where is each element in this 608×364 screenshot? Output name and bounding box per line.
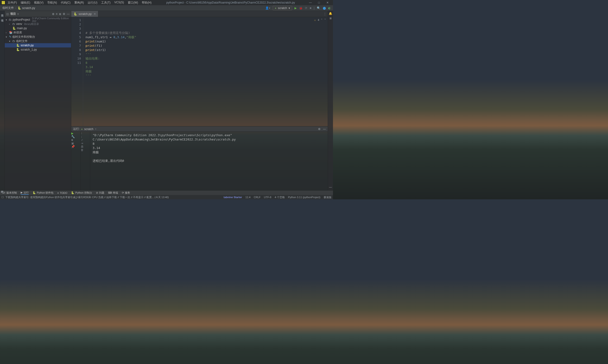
menu-item[interactable]: 工具(T): [100, 0, 112, 5]
menu-item[interactable]: 重构(R): [73, 0, 85, 5]
code-content[interactable]: ⚠ 4 ˄ ˅ # 多个变量赋值(使用逗号分隔)num1,f1,str1 = 8…: [83, 17, 328, 126]
tool-window-button-TODO[interactable]: ≡TODO: [57, 192, 67, 194]
database-icon[interactable]: ≣: [329, 17, 332, 20]
hide-button[interactable]: —: [67, 12, 70, 16]
up-icon[interactable]: ↑: [81, 132, 90, 135]
maximize-button[interactable]: □: [317, 1, 321, 4]
expand-arrow-icon[interactable]: ›: [6, 31, 8, 34]
next-highlight-icon[interactable]: ˅: [324, 18, 326, 22]
trash-icon[interactable]: 🗑: [81, 148, 90, 152]
indent-setting[interactable]: 4 个空格: [275, 195, 284, 199]
close-button[interactable]: ✕: [325, 1, 330, 4]
minimize-button[interactable]: —: [308, 1, 312, 4]
caret-position[interactable]: 11:4: [245, 196, 250, 199]
soft-wrap-icon[interactable]: ⤶: [81, 138, 90, 142]
tool-window-button-运行[interactable]: ▶运行: [21, 191, 29, 195]
expand-arrow-icon[interactable]: ▾: [9, 40, 11, 42]
code-editor[interactable]: 1234567891011 ⚠ 4 ˄ ˅ # 多个变量赋值(使用逗号分隔)nu…: [71, 17, 328, 126]
code-line[interactable]: # 多个变量赋值(使用逗号分隔): [85, 31, 325, 35]
add-user-icon[interactable]: 👤▾: [265, 6, 270, 10]
line-separator[interactable]: CRLF: [254, 196, 261, 199]
coverage-button[interactable]: ⟳: [305, 6, 307, 10]
code-line[interactable]: 输出结果:: [85, 56, 325, 61]
notifications-icon[interactable]: 🔔: [329, 12, 332, 15]
expand-all-icon[interactable]: ≡: [56, 12, 57, 16]
expand-arrow-icon[interactable]: ›: [9, 23, 11, 26]
console-output[interactable]: "D:\PyCharm Community Edition 2022.3\pyt…: [90, 132, 328, 190]
tabnine-label[interactable]: tabnine Starter: [223, 196, 242, 199]
code-line[interactable]: num1,f1,str1 = 8,3.14,"南极": [85, 35, 325, 39]
code-line[interactable]: print(num1): [85, 39, 325, 44]
run-button[interactable]: ▶: [295, 6, 297, 10]
file-encoding[interactable]: UTF-8: [264, 196, 271, 199]
tree-item-pythonProject[interactable]: ▾🗀pythonProjectD:\PyCharm Community Edit…: [5, 18, 71, 22]
rerun-button[interactable]: ▶: [71, 132, 81, 135]
left-tool-strip: 项目 书签 结构: [0, 11, 5, 190]
tool-window-button-问题[interactable]: ⊘问题: [96, 191, 104, 195]
menu-item[interactable]: 编辑(E): [19, 0, 32, 5]
main-content: 项目 书签 结构 ▤ 项目 ▾ ⊕ ≡ ≣ ⚙ — ▾🗀pythonProjec…: [0, 11, 333, 190]
tree-item-临时文件[interactable]: ▾🗀临时文件: [5, 39, 71, 43]
print-icon[interactable]: 🖶: [81, 145, 90, 148]
search-icon[interactable]: 🔍: [317, 6, 320, 10]
prev-highlight-icon[interactable]: ˄: [321, 18, 323, 22]
status-widget-icon[interactable]: ☐: [1, 196, 4, 199]
expand-arrow-icon[interactable]: ▾: [6, 36, 8, 38]
menu-item[interactable]: 窗口(W): [126, 0, 139, 5]
code-line[interactable]: print(f1): [85, 44, 325, 48]
tree-item-外部库[interactable]: ›📚外部库: [5, 30, 71, 35]
code-line[interactable]: print(str1): [85, 48, 325, 52]
code-line[interactable]: ''': [85, 74, 325, 78]
close-run-tab-icon[interactable]: ×: [95, 127, 96, 131]
collapse-all-icon[interactable]: ≣: [59, 12, 61, 16]
code-line[interactable]: 3.14: [85, 65, 325, 69]
interpreter[interactable]: Python 3.11 (pythonProject): [288, 196, 320, 199]
editor-tab[interactable]: 🐍 scratch.py ×: [71, 11, 98, 17]
chevron-down-icon[interactable]: ▾: [17, 12, 19, 16]
down-icon[interactable]: ↓: [81, 135, 90, 138]
pin-icon[interactable]: 📌: [71, 145, 81, 148]
code-line[interactable]: ''': [85, 52, 325, 56]
tool-window-button-Python 软件包[interactable]: 🐍Python 软件包: [33, 191, 54, 195]
menu-item[interactable]: VCS(S): [113, 0, 125, 5]
menu-item[interactable]: 帮助(H): [140, 0, 153, 5]
inspection-widget[interactable]: ⚠ 4 ˄ ˅: [314, 18, 326, 22]
gear-icon[interactable]: ⚙: [318, 127, 321, 131]
ide-features-icon[interactable]: ◐: [328, 6, 331, 10]
tool-window-button-终端[interactable]: ⌨终端: [108, 191, 118, 195]
debug-button[interactable]: 🐞: [299, 6, 303, 10]
tree-item-scratch_1.py[interactable]: 🐍scratch_1.py: [5, 47, 71, 52]
sync-icon[interactable]: ⬤: [323, 6, 326, 10]
tree-item-scratch.py[interactable]: 🐍scratch.py: [5, 43, 71, 47]
tree-item-临时文件和控制台[interactable]: ▾✎临时文件和控制台: [5, 35, 71, 39]
stop-button[interactable]: ■: [71, 138, 81, 142]
expand-arrow-icon[interactable]: ▾: [6, 18, 8, 21]
run-config-dropdown[interactable]: ● scratch ▾: [273, 6, 292, 11]
menu-item[interactable]: 文件(F): [6, 0, 18, 5]
menu-item[interactable]: 代码(C): [59, 0, 72, 5]
status-message[interactable]: 下载预构建共享索引: 使用预构建的Python 软件包共享索引减少索引时间和 C…: [5, 195, 169, 199]
scroll-end-icon[interactable]: ⇥: [81, 142, 90, 145]
gear-icon[interactable]: ⚙: [63, 12, 65, 16]
layout-icon[interactable]: ▣: [71, 142, 81, 145]
menu-item[interactable]: 视图(V): [33, 0, 45, 5]
breadcrumb-item[interactable]: scratch.py: [22, 6, 35, 10]
breadcrumb-item[interactable]: 临时文件: [2, 6, 14, 10]
wrench-icon[interactable]: 🔧: [71, 135, 81, 138]
tool-window-button-服务[interactable]: ⟳服务: [122, 191, 130, 195]
select-opened-icon[interactable]: ⊕: [52, 12, 54, 16]
hide-button[interactable]: —: [323, 127, 326, 131]
tree-item-main.py[interactable]: 🐍main.py: [5, 26, 71, 30]
menu-item[interactable]: 运行(U): [86, 0, 99, 5]
more-icon[interactable]: ⋮: [324, 12, 326, 16]
code-line[interactable]: 南极: [85, 69, 325, 74]
code-line[interactable]: 8: [85, 61, 325, 65]
tool-window-button-Python 控制台[interactable]: 🐍Python 控制台: [71, 191, 92, 195]
close-tab-icon[interactable]: ×: [94, 12, 96, 16]
tool-window-button-版本控制[interactable]: ⎇版本控制: [2, 191, 17, 195]
menu-item[interactable]: 导航(N): [46, 0, 58, 5]
stop-button[interactable]: ■: [310, 6, 311, 10]
warnings-count: 4: [318, 18, 319, 22]
project-tree[interactable]: ▾🗀pythonProjectD:\PyCharm Community Edit…: [5, 17, 71, 190]
minimize-strip-icon[interactable]: —: [329, 186, 332, 189]
